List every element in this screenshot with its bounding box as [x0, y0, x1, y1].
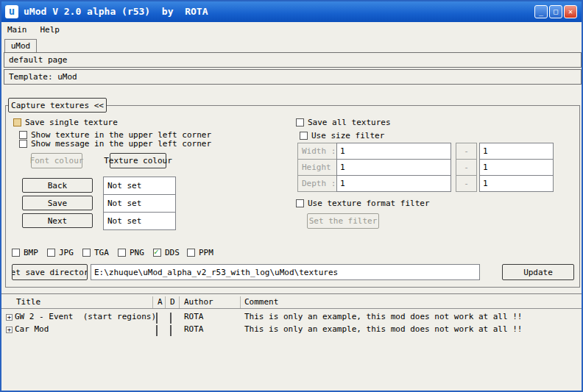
save-all-textures-checkbox[interactable]: ✓: [296, 118, 304, 126]
save-directory-path-input[interactable]: [91, 264, 480, 280]
mod-a-checkbox[interactable]: ✓: [156, 313, 158, 324]
save-single-texture-option[interactable]: ✓ Save single texture: [13, 118, 118, 127]
back-button[interactable]: Back: [22, 178, 93, 193]
mods-table: Title A D Author Comment + GW 2 - Event …: [1, 293, 583, 391]
use-format-filter-label: Use texture format filter: [308, 199, 430, 208]
format-bmp-option[interactable]: ✓ BMP: [12, 248, 38, 257]
depth-max-input[interactable]: [479, 175, 554, 192]
page-name-bar: default page: [4, 52, 582, 68]
mod-author: ROTA: [184, 324, 204, 334]
mods-table-header: Title A D Author Comment: [1, 296, 583, 309]
expand-icon[interactable]: +: [6, 327, 13, 333]
format-tga-option[interactable]: ✓ TGA: [82, 248, 109, 257]
header-author: Author: [184, 297, 213, 307]
mod-d-checkbox[interactable]: ✓: [170, 325, 172, 336]
format-dds-option[interactable]: ✓ DDS: [153, 248, 180, 257]
texture-slot-2: Not set: [103, 194, 176, 213]
texture-colour-button[interactable]: Texture colour: [110, 153, 166, 168]
show-message-checkbox[interactable]: ✓: [19, 140, 27, 148]
set-filter-button[interactable]: Set the filter: [307, 213, 379, 229]
font-colour-button[interactable]: Font colour: [31, 153, 82, 168]
format-jpg-checkbox[interactable]: ✓: [47, 249, 55, 257]
save-button[interactable]: Save: [22, 196, 93, 210]
expand-icon[interactable]: +: [6, 314, 13, 321]
mod-comment: This is only an example, this mod does n…: [244, 324, 523, 334]
mod-title[interactable]: Car Mod: [15, 324, 49, 334]
mod-row-2[interactable]: + Car Mod ✓ ✓ ROTA This is only an examp…: [1, 324, 583, 336]
template-label: Template: uMod: [9, 72, 77, 82]
page-name-label: default page: [9, 55, 67, 65]
width-label: Width :: [297, 143, 337, 160]
texture-slot-1: Not set: [103, 177, 176, 195]
app-icon: u: [5, 5, 18, 18]
width-max-input[interactable]: [479, 143, 554, 160]
height-label: Height :: [297, 159, 337, 176]
header-separator: [152, 296, 153, 308]
capture-textures-toggle-button[interactable]: Capture textures <<: [8, 98, 107, 113]
format-bmp-label: BMP: [24, 248, 38, 257]
app-window: u uMod V 2.0 alpha (r53) by ROTA _ □ ✕ M…: [0, 0, 583, 392]
format-dds-label: DDS: [165, 248, 180, 257]
format-jpg-option[interactable]: ✓ JPG: [47, 248, 74, 257]
use-size-filter-label: Use size filter: [311, 131, 384, 140]
format-tga-checkbox[interactable]: ✓: [82, 249, 91, 257]
depth-min-input[interactable]: [336, 175, 451, 192]
use-size-filter-option[interactable]: ✓ Use size filter: [300, 131, 384, 140]
format-png-option[interactable]: ✓ PNG: [118, 248, 144, 257]
header-separator: [240, 296, 241, 308]
header-d: D: [170, 297, 175, 307]
mod-comment: This is only an example, this mod does n…: [244, 312, 523, 321]
height-min-input[interactable]: [336, 159, 451, 176]
format-bmp-checkbox[interactable]: ✓: [12, 249, 20, 257]
height-range-separator: -: [456, 159, 477, 176]
minimize-button[interactable]: _: [534, 5, 548, 18]
width-range-separator: -: [456, 143, 477, 160]
window-title: uMod V 2.0 alpha (r53) by ROTA: [24, 1, 208, 22]
next-button[interactable]: Next: [22, 213, 93, 228]
header-separator: [165, 296, 166, 308]
save-all-textures-label: Save all textures: [308, 118, 391, 127]
template-bar: Template: uMod: [4, 69, 582, 85]
depth-label: Depth :: [297, 175, 337, 192]
header-title: Title: [16, 297, 40, 307]
depth-range-separator: -: [456, 175, 477, 192]
use-size-filter-checkbox[interactable]: ✓: [300, 132, 308, 140]
checkmark-icon: ✓: [154, 247, 159, 257]
header-separator: [179, 296, 180, 308]
close-button[interactable]: ✕: [564, 5, 577, 18]
format-png-label: PNG: [130, 248, 144, 257]
mod-row-1[interactable]: + GW 2 - Event (start regions) ✓ ✓ ROTA …: [1, 311, 583, 324]
height-max-input[interactable]: [479, 159, 554, 176]
menu-bar: Main Help: [1, 22, 582, 37]
show-message-option[interactable]: ✓ Show message in the upper left corner: [19, 139, 211, 149]
menu-item-main[interactable]: Main: [7, 25, 27, 35]
show-message-label: Show message in the upper left corner: [31, 139, 211, 149]
format-ppm-option[interactable]: ✓ PPM: [187, 248, 213, 257]
format-tga-label: TGA: [94, 248, 109, 257]
width-min-input[interactable]: [336, 143, 451, 160]
header-comment: Comment: [244, 297, 278, 307]
mod-author: ROTA: [184, 312, 204, 321]
header-a: A: [158, 297, 163, 307]
format-jpg-label: JPG: [59, 248, 74, 257]
texture-slot-3: Not set: [103, 212, 176, 230]
format-png-checkbox[interactable]: ✓: [118, 249, 126, 257]
format-ppm-checkbox[interactable]: ✓: [187, 249, 195, 257]
mod-a-checkbox[interactable]: ✓: [156, 325, 158, 336]
maximize-button[interactable]: □: [549, 5, 562, 18]
mod-d-checkbox[interactable]: ✓: [170, 313, 172, 324]
set-save-directory-button[interactable]: et save director: [12, 264, 88, 280]
save-single-texture-label: Save single texture: [25, 118, 118, 127]
save-all-textures-option[interactable]: ✓ Save all textures: [296, 118, 391, 127]
title-bar: u uMod V 2.0 alpha (r53) by ROTA _ □ ✕: [1, 1, 582, 22]
update-button[interactable]: Update: [502, 264, 574, 280]
mod-title[interactable]: GW 2 - Event (start regions): [15, 312, 156, 321]
format-dds-checkbox[interactable]: ✓: [153, 249, 161, 257]
save-single-texture-checkbox[interactable]: ✓: [13, 118, 21, 126]
tab-umod[interactable]: uMod: [4, 39, 37, 53]
use-format-filter-option[interactable]: ✓ Use texture format filter: [296, 199, 430, 208]
show-texture-checkbox[interactable]: ✓: [19, 131, 27, 139]
use-format-filter-checkbox[interactable]: ✓: [296, 199, 304, 207]
format-ppm-label: PPM: [199, 248, 213, 257]
menu-item-help[interactable]: Help: [40, 25, 60, 35]
